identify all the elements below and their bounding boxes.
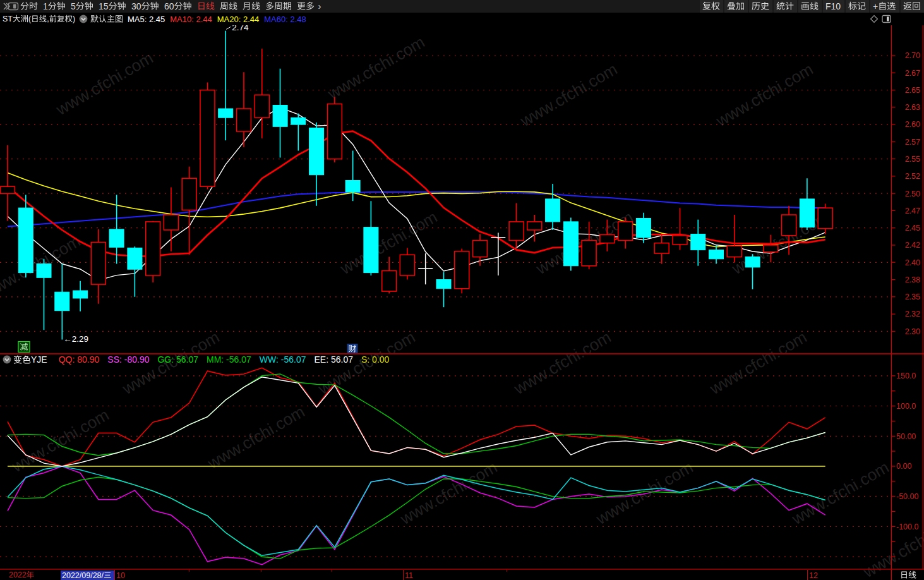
overlay-label-text bbox=[90, 15, 122, 22]
month-label: 12 bbox=[809, 571, 818, 580]
period-item-10[interactable]: › bbox=[294, 0, 323, 13]
action-label bbox=[776, 2, 793, 10]
more-chevron-icon: › bbox=[318, 0, 321, 13]
watermark: www.cfchi.com bbox=[397, 457, 501, 528]
period-item-3[interactable]: 15 bbox=[96, 1, 129, 12]
symbol-title-text: ST(,) bbox=[3, 15, 75, 23]
candle bbox=[618, 217, 633, 248]
action-button-2[interactable] bbox=[749, 0, 772, 13]
svg-text:,: , bbox=[47, 15, 49, 23]
action-label bbox=[903, 2, 920, 10]
action-button-7[interactable]: + bbox=[870, 0, 899, 13]
period-tabs: 15153060› bbox=[18, 0, 323, 13]
price-axis-label: 2.57 bbox=[905, 138, 920, 147]
candle bbox=[18, 195, 33, 277]
action-button-1[interactable] bbox=[724, 0, 748, 13]
indicator-axis-label: 50.00 bbox=[896, 432, 916, 441]
price-axis-label: 2.30 bbox=[905, 327, 920, 336]
watermark: www.cfchi.com bbox=[510, 327, 615, 398]
svg-text:): ) bbox=[73, 15, 75, 23]
action-button-5[interactable]: F10 bbox=[823, 0, 844, 13]
chart-root: www.cfchi.comwww.cfchi.comwww.cfchi.comw… bbox=[0, 13, 924, 580]
candle bbox=[1, 145, 15, 221]
price-axis-label: 2.55 bbox=[905, 155, 920, 164]
period-label: 15 bbox=[99, 1, 126, 11]
candle bbox=[327, 97, 342, 163]
period-label: 30 bbox=[131, 1, 159, 11]
candle bbox=[164, 187, 178, 251]
svg-text:ST: ST bbox=[3, 15, 13, 23]
event-flag-减[interactable] bbox=[18, 342, 30, 353]
price-axis-label: 2.40 bbox=[905, 258, 920, 267]
event-flag-财[interactable] bbox=[347, 344, 358, 354]
period-item-5[interactable]: 60 bbox=[162, 1, 195, 12]
chevron-down-circle-icon[interactable] bbox=[3, 356, 11, 364]
period-item-7[interactable] bbox=[217, 1, 240, 12]
svg-text:15: 15 bbox=[99, 1, 109, 11]
chart-canvas[interactable]: www.cfchi.comwww.cfchi.comwww.cfchi.comw… bbox=[0, 0, 924, 580]
svg-text:+: + bbox=[873, 1, 878, 11]
period-item-1[interactable]: 1 bbox=[40, 1, 68, 12]
action-button-4[interactable] bbox=[798, 0, 822, 13]
date-chip-text: 2022/09/28/ bbox=[62, 571, 111, 580]
price-axis-label: 2.45 bbox=[905, 224, 920, 233]
candle bbox=[527, 215, 542, 242]
low-marker-label: ←2.29 bbox=[63, 334, 88, 344]
candle bbox=[491, 233, 505, 275]
indicator-axis-label: 150.0 bbox=[896, 372, 916, 380]
indicator-name: YJE bbox=[14, 354, 47, 365]
panel-split-icon[interactable] bbox=[882, 15, 891, 26]
svg-text:YJE: YJE bbox=[31, 354, 47, 365]
candle bbox=[291, 114, 306, 151]
panel-collapse-icon[interactable] bbox=[3, 1, 19, 11]
candle bbox=[563, 217, 578, 270]
price-axis-label: 2.60 bbox=[905, 120, 920, 129]
period-cell-label bbox=[901, 571, 916, 579]
period-item-4[interactable]: 30 bbox=[129, 1, 162, 12]
candle bbox=[382, 257, 397, 294]
svg-text:60: 60 bbox=[164, 1, 174, 11]
action-button-6[interactable] bbox=[846, 0, 869, 13]
indicator-legend-item-6: S: 0.00 bbox=[361, 354, 390, 365]
watermark: www.cfchi.com bbox=[517, 59, 621, 130]
price-axis-label: 2.38 bbox=[905, 275, 920, 284]
indicator-legend-item-2: GG: 56.07 bbox=[157, 354, 198, 365]
candle bbox=[473, 234, 488, 266]
candle bbox=[364, 201, 378, 275]
candle bbox=[200, 83, 215, 190]
candle bbox=[146, 221, 160, 282]
diamond-icon[interactable] bbox=[870, 15, 879, 26]
period-item-0[interactable] bbox=[18, 1, 40, 12]
action-label bbox=[702, 2, 719, 10]
period-item-6[interactable] bbox=[195, 1, 217, 12]
candle bbox=[800, 178, 814, 230]
action-button-0[interactable] bbox=[700, 0, 723, 13]
candle bbox=[73, 281, 88, 311]
ma-legend-item-3: MA60: 2.48 bbox=[264, 15, 306, 24]
period-item-2[interactable]: 5 bbox=[68, 1, 96, 12]
action-button-8[interactable] bbox=[901, 0, 924, 13]
watermark: www.cfchi.com bbox=[788, 457, 892, 528]
period-item-8[interactable] bbox=[240, 1, 263, 12]
price-axis-label: 2.65 bbox=[905, 86, 920, 95]
svg-text:2022/09/28/: 2022/09/28/ bbox=[62, 571, 104, 580]
watermark: www.cfchi.com bbox=[706, 327, 810, 398]
action-label bbox=[848, 2, 865, 10]
period-item-9[interactable] bbox=[263, 1, 294, 12]
svg-text:30: 30 bbox=[131, 1, 141, 11]
chevron-down-circle-icon[interactable] bbox=[79, 15, 88, 23]
indicator-axis-label: 0.00 bbox=[896, 462, 911, 471]
indicator-axis-label: -100.0 bbox=[896, 523, 918, 531]
candle bbox=[455, 249, 469, 294]
period-label bbox=[220, 2, 237, 10]
period-label bbox=[20, 2, 37, 10]
period-label: 1 bbox=[43, 1, 65, 11]
svg-text:F10: F10 bbox=[825, 1, 841, 11]
indicator-legend-item-1: SS: -80.90 bbox=[107, 354, 149, 365]
price-axis-label: 2.35 bbox=[905, 293, 920, 301]
price-axis-label: 2.63 bbox=[905, 103, 920, 112]
svg-text:5: 5 bbox=[71, 1, 76, 11]
ma-legend-item-1: MA10: 2.44 bbox=[170, 15, 212, 24]
action-button-3[interactable] bbox=[774, 0, 797, 13]
main-overlay-label[interactable] bbox=[90, 14, 124, 25]
